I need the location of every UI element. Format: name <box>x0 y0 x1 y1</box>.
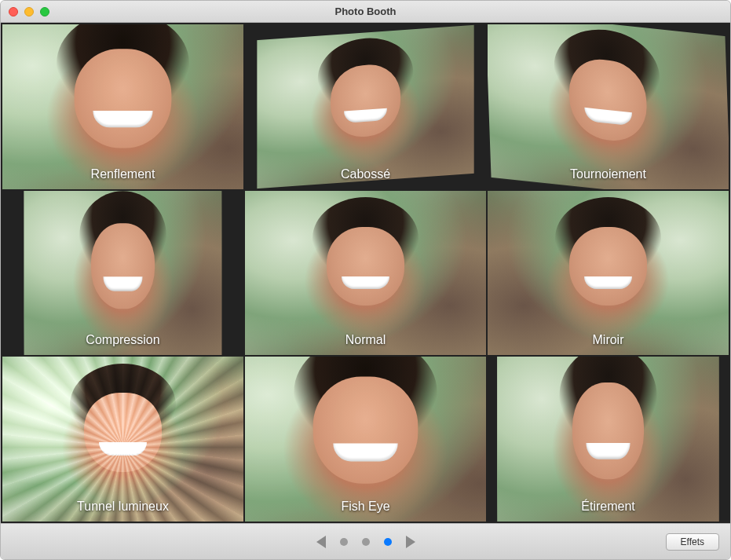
effect-preview <box>488 24 729 189</box>
effect-cell-mirror[interactable]: Miroir <box>488 191 729 356</box>
effect-cell-dent[interactable]: Cabossé <box>245 24 486 189</box>
effect-cell-squeeze[interactable]: Compression <box>2 191 243 356</box>
pager-prev-icon[interactable] <box>316 536 326 548</box>
effects-button[interactable]: Effets <box>666 533 719 551</box>
effect-cell-light[interactable]: Tunnel lumineux <box>2 357 243 522</box>
traffic-lights <box>1 7 49 16</box>
titlebar: Photo Booth <box>1 1 730 23</box>
pager-dot-1[interactable] <box>362 538 370 546</box>
effect-cell-twirl[interactable]: Tournoiement <box>488 24 729 189</box>
effect-cell-stretch[interactable]: Étirement <box>488 357 729 522</box>
effects-content: RenflementCabosséTournoiementCompression… <box>1 23 730 523</box>
minimize-icon[interactable] <box>24 7 34 16</box>
app-window: Photo Booth RenflementCabosséTournoiemen… <box>0 0 731 560</box>
effect-preview <box>245 357 486 522</box>
maximize-icon[interactable] <box>40 7 49 16</box>
effect-preview <box>2 357 243 522</box>
effects-pager <box>1 536 730 548</box>
effect-cell-bulge[interactable]: Renflement <box>2 24 243 189</box>
window-title: Photo Booth <box>1 5 730 17</box>
pager-next-icon[interactable] <box>406 536 415 548</box>
effect-preview <box>488 191 729 356</box>
effect-preview <box>24 191 222 356</box>
effect-preview <box>497 357 718 522</box>
bottombar: Effets <box>1 523 730 559</box>
close-icon[interactable] <box>9 7 18 16</box>
effect-preview <box>245 191 486 356</box>
effect-preview <box>257 25 473 188</box>
effect-cell-normal[interactable]: Normal <box>245 191 486 356</box>
pager-dot-2[interactable] <box>384 538 392 546</box>
effects-grid: RenflementCabosséTournoiementCompression… <box>2 24 729 522</box>
effect-preview <box>2 24 243 189</box>
pager-dot-0[interactable] <box>340 538 348 546</box>
effect-cell-fisheye[interactable]: Fish Eye <box>245 357 486 522</box>
